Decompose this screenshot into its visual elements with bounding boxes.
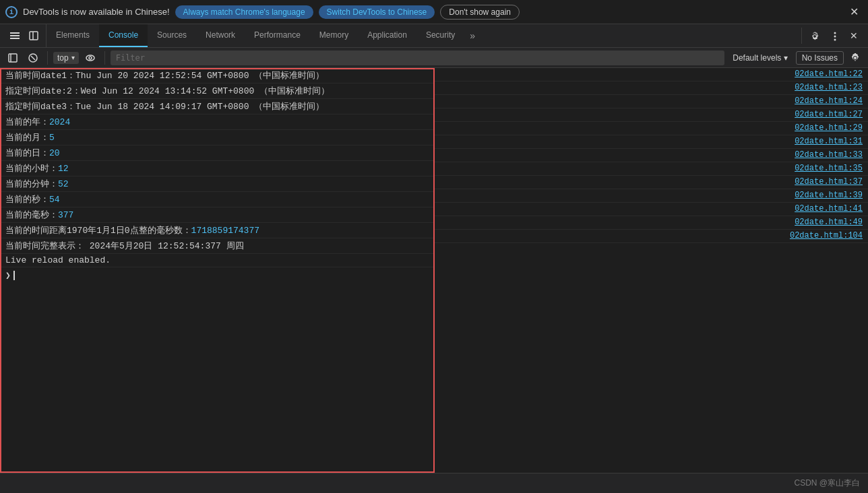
- dont-show-again-button[interactable]: Don't show again: [440, 5, 520, 20]
- cursor-prompt: ❯: [5, 270, 11, 281]
- log-value-text: 2024: [49, 117, 70, 127]
- console-log-row: Live reload enabled.: [0, 254, 434, 267]
- console-source-row: 02date.html:29: [435, 122, 869, 135]
- source-link[interactable]: 02date.html:37: [795, 177, 863, 187]
- filter-input[interactable]: [111, 51, 725, 65]
- sidebar-toggle-icon: [7, 53, 18, 63]
- log-label-text: 当前时间date1：: [5, 71, 75, 81]
- source-link[interactable]: 02date.html:39: [795, 191, 863, 200]
- log-label-text: 当前的时间距离1970年1月1日0点整的毫秒数：: [5, 226, 191, 236]
- source-link[interactable]: 02date.html:41: [795, 204, 863, 213]
- log-label-text: 当前的日：: [5, 148, 49, 158]
- log-label-text: 当前的分钟：: [5, 179, 58, 189]
- log-value-text: 52: [58, 179, 69, 189]
- source-link[interactable]: 02date.html:24: [795, 96, 863, 106]
- log-label-text: 当前时间完整表示：: [5, 241, 84, 251]
- log-label-text: 当前的小时：: [5, 164, 58, 174]
- source-link[interactable]: 02date.html:49: [795, 218, 863, 227]
- source-link[interactable]: 02date.html:29: [795, 123, 863, 133]
- hamburger-icon: [9, 30, 20, 41]
- console-toolbar: top ▾ Default levels ▾ No Issues: [0, 48, 868, 68]
- always-match-language-button[interactable]: Always match Chrome's language: [175, 5, 313, 19]
- log-label-text: Live reload enabled.: [5, 255, 111, 265]
- default-levels-button[interactable]: Default levels ▾: [727, 52, 793, 64]
- console-log-row: 当前的月：5: [0, 130, 434, 145]
- show-console-sidebar-button[interactable]: [4, 51, 22, 65]
- tab-bar-right-controls: ✕: [801, 28, 865, 43]
- toolbar-divider-1: [47, 51, 48, 65]
- console-source-panel: 02date.html:2202date.html:2302date.html:…: [435, 68, 869, 473]
- console-main: 当前时间date1：Thu Jun 20 2024 12:52:54 GMT+0…: [0, 68, 868, 473]
- dock-icon: [28, 30, 39, 41]
- bottom-bar: CSDN @寒山李白: [0, 473, 868, 493]
- log-label-text: 当前的毫秒：: [5, 210, 58, 220]
- tab-elements[interactable]: Elements: [46, 24, 99, 47]
- source-link[interactable]: 02date.html:22: [795, 69, 863, 79]
- console-log-row: 当前的毫秒：377: [0, 207, 434, 223]
- tab-application[interactable]: Application: [358, 24, 416, 47]
- settings-button[interactable]: [806, 28, 824, 43]
- log-label-text: 当前的年：: [5, 117, 49, 127]
- context-selector-button[interactable]: top ▾: [53, 52, 79, 64]
- devtools-main-menu-button[interactable]: [7, 28, 23, 43]
- source-link[interactable]: 02date.html:31: [795, 137, 863, 146]
- console-source-row: 02date.html:22: [435, 68, 869, 81]
- console-log-row: 指定时间date:2：Wed Jun 12 2024 13:14:52 GMT+…: [0, 84, 434, 99]
- console-source-row: 02date.html:23: [435, 81, 869, 95]
- console-source-row: 02date.html:33: [435, 149, 869, 162]
- log-value-text: Tue Jun 18 2024 14:09:17 GMT+0800 （中国标准时…: [75, 102, 324, 112]
- console-log-row: 当前的小时：12: [0, 161, 434, 176]
- console-settings-button[interactable]: [846, 51, 864, 65]
- clear-icon: [28, 53, 38, 63]
- tab-bar: Elements Console Sources Network Perform…: [0, 24, 868, 48]
- info-bar-close-button[interactable]: ✕: [846, 4, 863, 20]
- more-tabs-button[interactable]: »: [464, 24, 480, 47]
- source-link[interactable]: 02date.html:104: [790, 231, 863, 240]
- console-log-row: 当前时间完整表示： 2024年5月20日 12:52:54:377 周四: [0, 238, 434, 254]
- eager-eval-button[interactable]: [82, 51, 99, 65]
- svg-rect-2: [10, 38, 20, 39]
- gear-icon: [809, 31, 820, 42]
- source-link[interactable]: 02date.html:33: [795, 150, 863, 160]
- console-log-row: 当前的分钟：52: [0, 176, 434, 192]
- clear-console-button[interactable]: [24, 51, 42, 65]
- tab-console[interactable]: Console: [99, 24, 148, 47]
- source-link[interactable]: 02date.html:27: [795, 110, 863, 119]
- console-log-row: 当前的日：20: [0, 145, 434, 161]
- svg-rect-0: [10, 32, 20, 34]
- console-log-row: 当前时间date1：Thu Jun 20 2024 12:52:54 GMT+0…: [0, 68, 434, 84]
- svg-point-7: [834, 38, 836, 40]
- svg-rect-3: [30, 32, 38, 40]
- tab-security[interactable]: Security: [416, 24, 464, 47]
- console-source-row: 02date.html:35: [435, 162, 869, 176]
- console-gear-icon: [850, 53, 861, 63]
- svg-line-11: [31, 56, 35, 60]
- console-content-area: 当前时间date1：Thu Jun 20 2024 12:52:54 GMT+0…: [0, 68, 868, 473]
- console-source-row: 02date.html:31: [435, 135, 869, 149]
- source-link[interactable]: 02date.html:35: [795, 164, 863, 173]
- console-source-row: 02date.html:24: [435, 95, 869, 108]
- no-issues-button[interactable]: No Issues: [796, 51, 844, 65]
- log-value-text: Wed Jun 12 2024 13:14:52 GMT+0800 （中国标准时…: [81, 86, 330, 96]
- tab-sources[interactable]: Sources: [148, 24, 196, 47]
- more-options-button[interactable]: [826, 28, 844, 43]
- svg-point-6: [834, 35, 836, 37]
- tab-bar-icons: [3, 24, 46, 47]
- switch-devtools-language-button[interactable]: Switch DevTools to Chinese: [319, 5, 435, 19]
- svg-rect-8: [9, 54, 17, 62]
- tab-list: Elements Console Sources Network Perform…: [46, 24, 801, 47]
- console-output-panel[interactable]: 当前时间date1：Thu Jun 20 2024 12:52:54 GMT+0…: [0, 68, 435, 473]
- toolbar-divider-2: [104, 51, 105, 65]
- console-cursor-row[interactable]: ❯: [0, 267, 434, 284]
- log-value-text: 377: [58, 210, 73, 220]
- tab-network[interactable]: Network: [196, 24, 245, 47]
- tab-memory[interactable]: Memory: [310, 24, 358, 47]
- source-link[interactable]: 02date.html:23: [795, 83, 863, 92]
- eye-icon: [85, 53, 96, 63]
- close-devtools-button[interactable]: ✕: [846, 28, 861, 43]
- tab-performance[interactable]: Performance: [245, 24, 310, 47]
- console-source-row: 02date.html:104: [435, 230, 869, 243]
- console-log-row: 指定时间date3：Tue Jun 18 2024 14:09:17 GMT+0…: [0, 99, 434, 114]
- dock-side-button[interactable]: [26, 28, 42, 43]
- log-label-text: 指定时间date3：: [5, 102, 75, 112]
